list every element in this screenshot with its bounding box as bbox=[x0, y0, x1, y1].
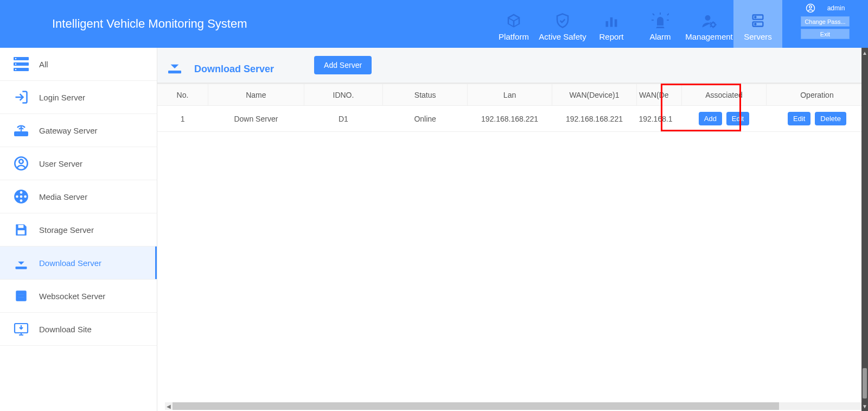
cube-icon bbox=[506, 10, 522, 29]
svg-point-20 bbox=[19, 160, 23, 163]
user-panel: admin Change Pass... Exit bbox=[782, 0, 868, 48]
nav-label: Platform bbox=[499, 32, 529, 41]
svg-point-8 bbox=[755, 23, 756, 24]
nav-platform[interactable]: Platform bbox=[489, 0, 538, 48]
col-wan1: WAN(Device)1 bbox=[552, 84, 636, 106]
svg-rect-0 bbox=[606, 21, 609, 27]
sidebar-item-download-server[interactable]: Download Server bbox=[0, 246, 157, 280]
col-idno: IDNO. bbox=[304, 84, 383, 106]
page-title: Download Server bbox=[194, 64, 274, 75]
scroll-down-arrow-icon[interactable]: ▼ bbox=[861, 401, 868, 411]
cell-name: Down Server bbox=[208, 106, 304, 132]
app-header: Intelligent Vehicle Monitoring System Pl… bbox=[0, 0, 868, 48]
scroll-up-arrow-icon[interactable]: ▲ bbox=[861, 48, 868, 58]
svg-point-3 bbox=[705, 15, 711, 21]
svg-point-10 bbox=[809, 6, 812, 9]
table-row: 1 Down Server D1 Online 192.168.168.221 … bbox=[157, 106, 868, 132]
sidebar-item-all[interactable]: All bbox=[0, 48, 157, 81]
nav-report[interactable]: Report bbox=[587, 0, 636, 48]
svg-point-15 bbox=[15, 64, 16, 65]
nav-label: Alarm bbox=[649, 32, 671, 41]
content-area: Download Server Add Server bbox=[157, 48, 868, 411]
cell-associated: Add Edit bbox=[682, 106, 767, 132]
sidebar-item-download-site[interactable]: Download Site bbox=[0, 313, 157, 346]
download-monitor-icon bbox=[13, 321, 29, 337]
sidebar-item-label: Download Server bbox=[39, 258, 101, 268]
websocket-icon bbox=[13, 288, 29, 304]
sidebar-item-label: Login Server bbox=[39, 93, 85, 102]
shield-check-icon bbox=[554, 10, 571, 29]
vertical-scroll-thumb[interactable] bbox=[863, 368, 867, 399]
alarm-light-icon bbox=[652, 10, 669, 29]
col-lan: Lan bbox=[468, 84, 552, 106]
svg-point-23 bbox=[20, 191, 23, 194]
sidebar-item-label: Gateway Server bbox=[39, 126, 98, 135]
svg-rect-2 bbox=[615, 20, 617, 27]
cell-wan-trunc: 192.168.1 bbox=[636, 106, 681, 132]
col-status: Status bbox=[383, 84, 468, 106]
download-icon bbox=[165, 55, 184, 75]
cell-idno: D1 bbox=[304, 106, 383, 132]
nav-label: Active Safety bbox=[539, 32, 586, 41]
svg-point-7 bbox=[755, 16, 756, 17]
sidebar-item-label: All bbox=[39, 60, 48, 69]
svg-point-25 bbox=[16, 195, 18, 198]
cell-no: 1 bbox=[157, 106, 208, 132]
server-rack-icon bbox=[750, 10, 765, 29]
col-associated: Associated bbox=[682, 84, 767, 106]
svg-point-18 bbox=[17, 133, 18, 135]
sidebar-item-websocket-server[interactable]: Websocket Server bbox=[0, 280, 157, 313]
svg-rect-27 bbox=[18, 230, 25, 235]
associated-add-button[interactable]: Add bbox=[699, 112, 722, 125]
window-vertical-scrollbar[interactable]: ▲ ▼ bbox=[861, 48, 868, 411]
table-wrap: No. Name IDNO. Status Lan WAN(Device)1 W… bbox=[157, 84, 868, 411]
add-server-button[interactable]: Add Server bbox=[314, 56, 372, 74]
associated-edit-button[interactable]: Edit bbox=[726, 112, 749, 125]
col-name: Name bbox=[208, 84, 304, 106]
download-icon bbox=[13, 255, 29, 271]
sidebar-item-login-server[interactable]: Login Server bbox=[0, 81, 157, 114]
nav-management[interactable]: Management bbox=[685, 0, 733, 48]
svg-point-24 bbox=[20, 199, 23, 202]
sidebar-item-gateway-server[interactable]: Gateway Server bbox=[0, 114, 157, 147]
nav-alarm[interactable]: Alarm bbox=[636, 0, 685, 48]
sidebar-item-label: Storage Server bbox=[39, 225, 94, 235]
user-gear-icon bbox=[701, 10, 717, 29]
sidebar-item-label: User Server bbox=[39, 159, 82, 168]
cell-wan1: 192.168.168.221 bbox=[552, 106, 636, 132]
svg-rect-32 bbox=[18, 297, 25, 299]
nav-active-safety[interactable]: Active Safety bbox=[538, 0, 587, 48]
row-edit-button[interactable]: Edit bbox=[788, 112, 810, 125]
row-delete-button[interactable]: Delete bbox=[815, 112, 846, 125]
scroll-thumb[interactable] bbox=[173, 402, 779, 410]
servers-list-icon bbox=[13, 56, 29, 72]
scroll-left-arrow-icon[interactable]: ◀ bbox=[165, 402, 173, 410]
exit-button[interactable]: Exit bbox=[801, 29, 850, 39]
save-disk-icon bbox=[13, 222, 29, 238]
table-header-row: No. Name IDNO. Status Lan WAN(Device)1 W… bbox=[157, 84, 868, 106]
sidebar-item-storage-server[interactable]: Storage Server bbox=[0, 213, 157, 246]
col-operation: Operation bbox=[766, 84, 867, 106]
svg-point-14 bbox=[15, 58, 16, 59]
sidebar-item-user-server[interactable]: User Server bbox=[0, 147, 157, 180]
svg-rect-34 bbox=[168, 71, 181, 73]
horizontal-scrollbar[interactable]: ◀ ▶ bbox=[173, 402, 861, 410]
user-avatar-icon bbox=[806, 3, 815, 13]
svg-rect-31 bbox=[18, 294, 25, 295]
cell-lan: 192.168.168.221 bbox=[468, 106, 552, 132]
change-password-button[interactable]: Change Pass... bbox=[801, 16, 850, 27]
nav-servers[interactable]: Servers bbox=[733, 0, 782, 48]
col-wan-trunc: WAN(De bbox=[636, 84, 681, 106]
sidebar: All Login Server Gateway Server User Ser… bbox=[0, 48, 157, 411]
media-reel-icon bbox=[13, 188, 29, 205]
svg-rect-1 bbox=[610, 17, 613, 27]
svg-point-26 bbox=[24, 195, 27, 198]
svg-point-16 bbox=[15, 69, 16, 70]
sidebar-item-label: Download Site bbox=[39, 325, 92, 334]
cell-operation: Edit Delete bbox=[766, 106, 867, 132]
main-nav: Platform Active Safety Report Alarm Mana… bbox=[489, 0, 782, 48]
col-no: No. bbox=[157, 84, 208, 106]
content-header: Download Server Add Server bbox=[157, 48, 868, 84]
sidebar-item-media-server[interactable]: Media Server bbox=[0, 180, 157, 213]
servers-table: No. Name IDNO. Status Lan WAN(Device)1 W… bbox=[157, 84, 868, 132]
